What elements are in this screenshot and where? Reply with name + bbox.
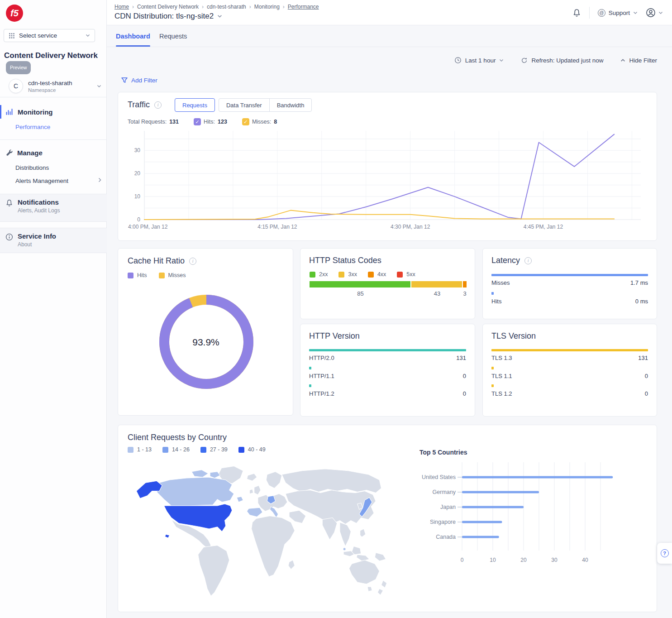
tab-bar: Dashboard Requests (107, 25, 672, 47)
notifications-bell-icon[interactable] (572, 9, 581, 17)
svg-text:4:00 PM, Jan 12: 4:00 PM, Jan 12 (128, 224, 168, 230)
select-service-dropdown[interactable]: Select service (4, 29, 95, 42)
add-filter-button[interactable]: Add Filter (121, 77, 157, 84)
svg-text:20: 20 (520, 557, 527, 563)
hide-filter-label: Hide Filter (629, 57, 657, 64)
bucket3-swatch (200, 447, 206, 453)
traffic-view-requests[interactable]: Requests (175, 98, 215, 112)
http12-value: 0 (463, 390, 466, 397)
map-madagascar (288, 560, 295, 569)
status-value-2xx: 85 (357, 290, 363, 297)
time-range-dropdown[interactable]: Last 1 hour (454, 57, 504, 64)
tab-dashboard[interactable]: Dashboard (116, 25, 150, 47)
filter-toolbar: Last 1 hour Refresh: Updated just now Hi… (107, 53, 657, 67)
preview-badge: Preview (6, 61, 31, 74)
user-menu[interactable] (646, 8, 663, 18)
map-spain[interactable] (247, 508, 262, 517)
http11-value: 0 (463, 373, 466, 379)
sidebar-item-performance[interactable]: Performance (15, 124, 50, 130)
sidebar-item-label: Manage (17, 149, 43, 157)
traffic-view-bandwidth[interactable]: Bandwidth (269, 98, 312, 112)
sidebar-item-manage[interactable]: Manage (0, 145, 107, 160)
status-codes-values: 85433 (310, 290, 467, 297)
map-new-zealand-south (377, 589, 383, 595)
sidebar-item-service-info[interactable]: Service Info About (0, 228, 107, 253)
breadcrumb: Home Content Delivery Network cdn-test-s… (114, 4, 319, 10)
map-newfoundland[interactable] (237, 497, 243, 502)
hits-checkbox[interactable] (194, 118, 201, 125)
status-5xx-label: 5xx (406, 271, 415, 278)
tls11-value: 0 (645, 373, 648, 379)
latency-misses-label: Misses (491, 279, 510, 286)
misses-checkbox[interactable] (242, 118, 249, 125)
user-avatar-icon (646, 8, 656, 18)
support-menu[interactable]: Support (598, 9, 638, 17)
traffic-info-icon[interactable] (154, 101, 162, 109)
sidebar-item-distributions[interactable]: Distributions (15, 164, 49, 171)
map-canada[interactable] (153, 477, 234, 506)
http11-label: HTTP/1.1 (309, 373, 334, 379)
bar-chart-icon (5, 108, 13, 115)
map-new-zealand-north (381, 580, 387, 588)
help-button[interactable]: ? (657, 543, 672, 564)
hide-filter-button[interactable]: Hide Filter (620, 57, 657, 64)
support-label: Support (609, 10, 630, 16)
svg-text:4:30 PM, Jan 12: 4:30 PM, Jan 12 (391, 224, 430, 230)
http-version-title: HTTP Version (309, 331, 360, 340)
svg-text:Singapore: Singapore (430, 519, 456, 525)
map-canada-arctic[interactable] (191, 470, 208, 477)
map-indonesia2 (357, 555, 369, 561)
map-alaska[interactable] (136, 481, 162, 498)
latency-info-icon[interactable] (524, 257, 532, 264)
tab-requests[interactable]: Requests (159, 25, 187, 47)
tls-version-title: TLS Version (491, 331, 536, 340)
misses-legend-swatch (159, 273, 165, 278)
sidebar-item-notifications[interactable]: Notifications Alerts, Audit Logs (0, 194, 107, 222)
cache-info-icon[interactable] (189, 258, 196, 265)
map-canada-arctic2[interactable] (210, 472, 220, 478)
map-scandinavia (266, 472, 282, 489)
map-singapore[interactable] (343, 548, 346, 551)
breadcrumb-performance[interactable]: Performance (288, 4, 319, 10)
bucket3-label: 27 - 39 (210, 446, 228, 453)
total-requests-value: 131 (169, 119, 179, 125)
svg-text:United States: United States (422, 474, 456, 480)
latency-hits-bar (491, 292, 494, 295)
top5-countries-title: Top 5 Countries (419, 449, 467, 456)
http-status-codes-title: HTTP Status Codes (309, 256, 381, 265)
http2-value: 131 (456, 355, 466, 361)
title-chevron-down-icon[interactable] (217, 14, 222, 18)
breadcrumb-home[interactable]: Home (114, 4, 129, 10)
bucket1-label: 1 - 13 (137, 446, 152, 453)
bucket2-label: 14 - 26 (172, 446, 190, 453)
bucket4-label: 40 - 49 (248, 446, 266, 453)
total-requests-label: Total Requests: (128, 119, 167, 125)
map-united-states[interactable] (164, 504, 232, 532)
namespace-selector[interactable]: C cdn-test-sharath Namespace (0, 75, 107, 97)
sidebar-item-monitoring[interactable]: Monitoring (0, 104, 107, 120)
status-value-3xx: 43 (434, 290, 440, 297)
sidebar-item-sublabel: About (18, 241, 56, 248)
breadcrumb-cdn: Content Delivery Network (137, 4, 199, 10)
latency-hits-value: 0 ms (635, 298, 648, 305)
cache-hit-percent: 93.9% (118, 337, 294, 348)
traffic-panel: Traffic Requests Data Transfer Bandwidth… (118, 92, 657, 241)
http2-label: HTTP/2.0 (309, 355, 334, 361)
svg-text:Germany: Germany (433, 489, 456, 495)
latency-misses-value: 1.7 ms (630, 279, 648, 286)
status-seg-3xx (411, 281, 462, 287)
breadcrumb-separator-icon (249, 4, 251, 10)
refresh-button[interactable]: Refresh: Updated just now (521, 57, 603, 64)
sidebar-item-alerts-management[interactable]: Alerts Management (15, 177, 101, 184)
sidebar-item-label: Notifications (18, 198, 60, 206)
world-map-choropleth (127, 461, 394, 600)
traffic-view-data-transfer[interactable]: Data Transfer (219, 98, 270, 112)
bell-icon (5, 199, 13, 207)
add-filter-label: Add Filter (131, 77, 157, 84)
misses-legend-label: Misses (168, 272, 186, 278)
breadcrumb-namespace: cdn-test-sharath (207, 4, 246, 10)
header-divider (589, 7, 590, 19)
f5-logo[interactable]: f5 (6, 5, 23, 22)
map-hawaii[interactable] (165, 534, 169, 538)
cache-hit-ratio-title: Cache Hit Ratio (128, 256, 185, 266)
